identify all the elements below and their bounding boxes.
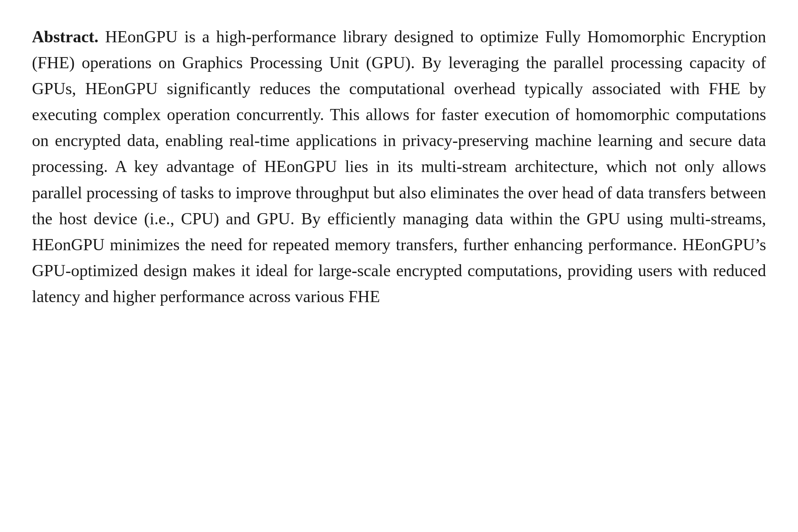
abstract-body: HEonGPU is a high-performance library de…: [32, 28, 766, 306]
page-container: Abstract. HEonGPU is a high-performance …: [0, 0, 798, 532]
abstract-label: Abstract.: [32, 28, 99, 46]
abstract-paragraph: Abstract. HEonGPU is a high-performance …: [32, 24, 766, 310]
